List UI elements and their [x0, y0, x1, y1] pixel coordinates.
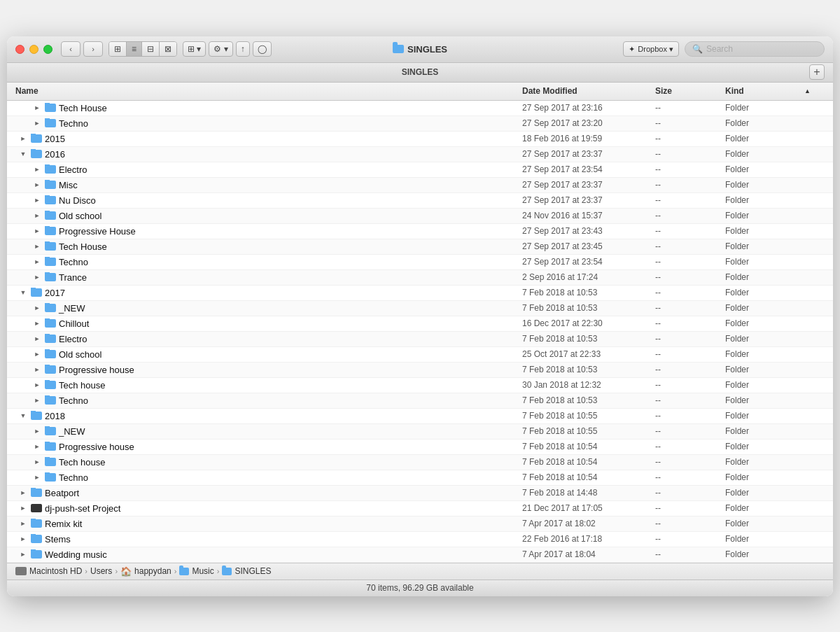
table-row[interactable]: ►Tech house7 Feb 2018 at 10:54--Folder: [7, 455, 833, 470]
table-row[interactable]: ►Progressive house7 Feb 2018 at 10:54--F…: [7, 440, 833, 455]
folder-icon: [45, 258, 56, 266]
table-row[interactable]: ►Techno27 Sep 2017 at 23:20--Folder: [7, 116, 833, 132]
col-date-header[interactable]: Date Modified: [519, 86, 652, 96]
table-row[interactable]: ►Wedding music7 Apr 2017 at 18:04--Folde…: [7, 547, 833, 563]
file-kind: Folder: [722, 164, 813, 174]
table-row[interactable]: ►Tech house30 Jan 2018 at 12:32--Folder: [7, 378, 833, 393]
disclosure-triangle[interactable]: ▼: [18, 149, 28, 159]
folder-icon: [31, 150, 42, 158]
disclosure-triangle[interactable]: ►: [32, 442, 42, 451]
col-kind-header[interactable]: Kind ▲: [722, 86, 813, 96]
disclosure-triangle[interactable]: ►: [32, 180, 42, 190]
col-name-header[interactable]: Name: [13, 86, 519, 96]
back-button[interactable]: ‹: [61, 41, 80, 57]
minimize-button[interactable]: [29, 45, 38, 54]
table-row[interactable]: ►Stems22 Feb 2016 at 17:18--Folder: [7, 532, 833, 547]
file-name: Electro: [59, 334, 87, 344]
disclosure-triangle[interactable]: ►: [32, 318, 42, 328]
path-bar: Macintosh HD › Users › 🏠 happydan › Musi…: [7, 563, 833, 580]
list-view-btn[interactable]: ≡: [127, 42, 142, 56]
group-btn[interactable]: ⊞ ▾: [183, 41, 206, 57]
disclosure-triangle[interactable]: ►: [32, 365, 42, 374]
table-row[interactable]: ►_NEW7 Feb 2018 at 10:53--Folder: [7, 301, 833, 316]
table-row[interactable]: ►201518 Feb 2016 at 19:59--Folder: [7, 132, 833, 147]
table-row[interactable]: ►Techno7 Feb 2018 at 10:53--Folder: [7, 393, 833, 409]
file-date: 7 Feb 2018 at 10:54: [519, 442, 652, 451]
breadcrumb-label: SINGLES: [31, 67, 809, 77]
path-music[interactable]: Music: [179, 566, 214, 576]
path-user[interactable]: 🏠 happydan: [120, 566, 172, 577]
disclosure-triangle[interactable]: ▼: [18, 411, 28, 421]
disclosure-triangle[interactable]: ▼: [18, 288, 28, 297]
disclosure-triangle[interactable]: ►: [32, 103, 42, 113]
disclosure-triangle[interactable]: ►: [32, 241, 42, 251]
disclosure-triangle[interactable]: ►: [18, 503, 28, 513]
table-row[interactable]: ►Remix kit7 Apr 2017 at 18:02--Folder: [7, 517, 833, 532]
col-size-header[interactable]: Size: [652, 86, 722, 96]
disclosure-triangle[interactable]: ►: [32, 272, 42, 282]
path-hd[interactable]: Macintosh HD: [15, 566, 82, 576]
dropbox-button[interactable]: ✦ Dropbox ▾: [623, 41, 679, 57]
file-size: --: [652, 549, 722, 559]
folder-icon: [45, 196, 56, 204]
disclosure-triangle[interactable]: ►: [32, 426, 42, 436]
table-row[interactable]: ▼20177 Feb 2018 at 10:53--Folder: [7, 286, 833, 301]
disclosure-triangle[interactable]: ►: [18, 549, 28, 559]
table-row[interactable]: ►_NEW7 Feb 2018 at 10:55--Folder: [7, 424, 833, 440]
path-users[interactable]: Users: [90, 566, 112, 576]
disclosure-triangle[interactable]: ►: [32, 395, 42, 405]
share-btn[interactable]: ↑: [236, 41, 250, 57]
table-row[interactable]: ►Misc27 Sep 2017 at 23:37--Folder: [7, 178, 833, 193]
disclosure-triangle[interactable]: ►: [32, 211, 42, 220]
folder-icon: [45, 242, 56, 251]
disclosure-triangle[interactable]: ►: [18, 134, 28, 143]
table-row[interactable]: ►Beatport7 Feb 2018 at 14:48--Folder: [7, 486, 833, 501]
table-row[interactable]: ►Nu Disco27 Sep 2017 at 23:37--Folder: [7, 193, 833, 209]
disclosure-triangle[interactable]: ►: [32, 349, 42, 359]
table-row[interactable]: ►Techno7 Feb 2018 at 10:54--Folder: [7, 470, 833, 486]
column-view-icon: ⊟: [147, 44, 154, 54]
table-row[interactable]: ►Tech House27 Sep 2017 at 23:45--Folder: [7, 239, 833, 255]
disclosure-triangle[interactable]: ►: [32, 164, 42, 174]
tag-btn[interactable]: ◯: [253, 41, 272, 57]
action-btn[interactable]: ⚙ ▾: [209, 41, 232, 57]
file-name: Progressive house: [59, 442, 134, 452]
table-row[interactable]: ►Electro27 Sep 2017 at 23:54--Folder: [7, 162, 833, 178]
table-row[interactable]: ▼201627 Sep 2017 at 23:37--Folder: [7, 147, 833, 162]
maximize-button[interactable]: [43, 45, 52, 54]
table-row[interactable]: ►Electro7 Feb 2018 at 10:53--Folder: [7, 332, 833, 347]
add-button[interactable]: +: [809, 64, 825, 80]
disclosure-triangle[interactable]: ►: [32, 257, 42, 267]
file-list[interactable]: ►Tech House27 Sep 2017 at 23:16--Folder►…: [7, 101, 833, 563]
table-row[interactable]: ►Trance2 Sep 2016 at 17:24--Folder: [7, 270, 833, 286]
close-button[interactable]: [15, 45, 24, 54]
disclosure-triangle[interactable]: ►: [32, 472, 42, 482]
disclosure-triangle[interactable]: ►: [32, 380, 42, 390]
table-row[interactable]: ►Old school25 Oct 2017 at 22:33--Folder: [7, 347, 833, 363]
disclosure-triangle[interactable]: ►: [18, 519, 28, 528]
table-row[interactable]: ►Progressive house7 Feb 2018 at 10:53--F…: [7, 363, 833, 378]
table-row[interactable]: ►Techno27 Sep 2017 at 23:54--Folder: [7, 255, 833, 270]
cover-view-btn[interactable]: ⊠: [160, 42, 176, 56]
table-row[interactable]: ►Progressive House27 Sep 2017 at 23:43--…: [7, 224, 833, 239]
disclosure-triangle[interactable]: ►: [32, 195, 42, 205]
table-row[interactable]: ▼20187 Feb 2018 at 10:55--Folder: [7, 409, 833, 424]
disclosure-triangle[interactable]: ►: [32, 457, 42, 467]
table-row[interactable]: ►Chillout16 Dec 2017 at 22:30--Folder: [7, 316, 833, 332]
disclosure-triangle[interactable]: ►: [32, 334, 42, 344]
disclosure-triangle[interactable]: ►: [18, 534, 28, 544]
disclosure-triangle[interactable]: ►: [32, 303, 42, 313]
cover-view-icon: ⊠: [164, 44, 172, 54]
icon-view-btn[interactable]: ⊞: [109, 42, 127, 56]
table-row[interactable]: ►Old school24 Nov 2016 at 15:37--Folder: [7, 209, 833, 224]
disclosure-triangle[interactable]: ►: [32, 118, 42, 128]
table-row[interactable]: ►dj-push-set Project21 Dec 2017 at 17:05…: [7, 501, 833, 517]
forward-button[interactable]: ›: [83, 41, 103, 57]
search-bar[interactable]: 🔍 Search: [685, 41, 825, 57]
file-date: 27 Sep 2017 at 23:16: [519, 103, 652, 113]
disclosure-triangle[interactable]: ►: [18, 488, 28, 498]
path-singles[interactable]: SINGLES: [222, 566, 271, 576]
disclosure-triangle[interactable]: ►: [32, 226, 42, 236]
table-row[interactable]: ►Tech House27 Sep 2017 at 23:16--Folder: [7, 101, 833, 116]
column-view-btn[interactable]: ⊟: [142, 42, 160, 56]
